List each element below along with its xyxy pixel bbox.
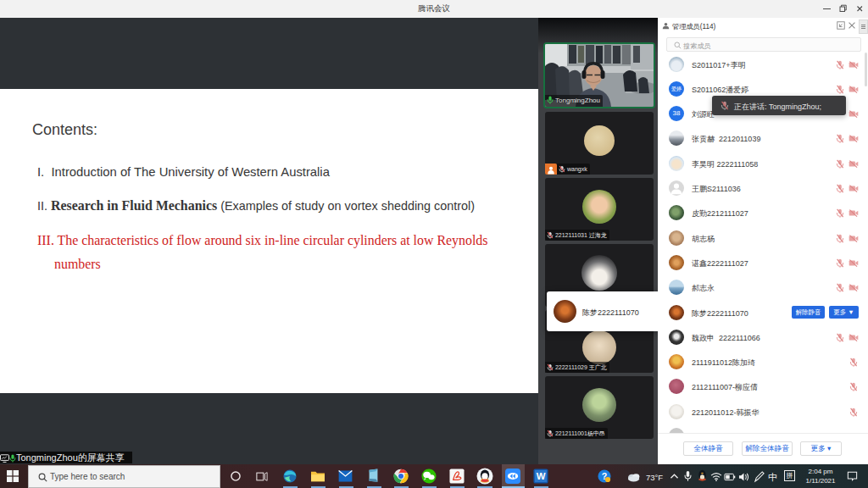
svg-text:W: W bbox=[537, 471, 546, 481]
